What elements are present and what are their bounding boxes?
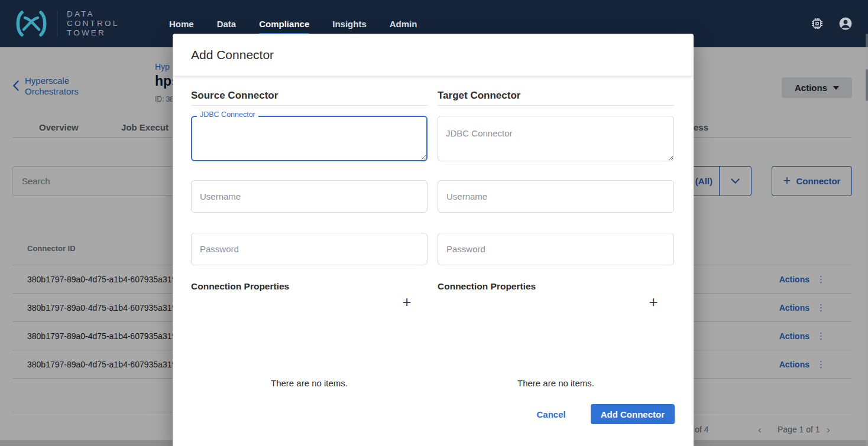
source-section-divider xyxy=(191,105,427,106)
source-password-field xyxy=(191,233,427,265)
scrollbar-thumb[interactable] xyxy=(866,69,868,101)
cancel-button[interactable]: Cancel xyxy=(536,409,565,419)
brand-line-2: CONTROL xyxy=(67,19,119,28)
add-connector-submit-button[interactable]: Add Connector xyxy=(591,404,675,424)
source-username-input[interactable] xyxy=(191,180,427,213)
target-props-heading: Connection Properties xyxy=(438,281,536,292)
dialog-title: Add Connector xyxy=(191,48,274,62)
brand-line-1: DATA xyxy=(67,9,119,19)
target-section-heading: Target Connector xyxy=(438,90,520,102)
account-icon[interactable] xyxy=(838,17,853,31)
source-empty-text: There are no items. xyxy=(191,378,427,388)
target-password-input[interactable] xyxy=(438,233,674,265)
target-username-field xyxy=(438,180,674,213)
scrollbar-track[interactable] xyxy=(866,34,868,446)
target-add-property-icon[interactable]: + xyxy=(644,293,662,311)
source-username-field xyxy=(191,180,427,213)
brand: DATA CONTROL TOWER xyxy=(14,9,151,38)
dialog-footer: Cancel Add Connector xyxy=(536,404,675,424)
brand-line-3: TOWER xyxy=(67,28,119,38)
nav-right xyxy=(811,17,856,31)
target-password-field xyxy=(438,233,674,265)
source-section-heading: Source Connector xyxy=(191,90,278,102)
brand-logo-icon xyxy=(14,9,48,38)
source-jdbc-textarea[interactable] xyxy=(191,116,427,161)
dialog-header: Add Connector xyxy=(173,34,694,76)
brand-divider xyxy=(57,10,57,37)
source-connector-section: Source Connector JDBC Connector Connecti… xyxy=(191,90,427,379)
brand-text: DATA CONTROL TOWER xyxy=(67,9,119,38)
source-jdbc-label: JDBC Connector xyxy=(197,110,258,119)
target-jdbc-field xyxy=(438,116,674,161)
source-add-property-icon[interactable]: + xyxy=(398,293,416,311)
target-empty-text: There are no items. xyxy=(438,378,674,388)
target-section-divider xyxy=(438,105,674,106)
source-props-heading: Connection Properties xyxy=(191,281,289,292)
target-jdbc-textarea[interactable] xyxy=(438,116,674,161)
chip-icon[interactable] xyxy=(811,17,824,30)
target-username-input[interactable] xyxy=(438,180,674,213)
source-password-input[interactable] xyxy=(191,233,427,265)
add-connector-dialog: Add Connector Source Connector JDBC Conn… xyxy=(173,34,694,446)
target-connector-section: Target Connector Connection Properties +… xyxy=(438,90,674,379)
source-jdbc-field: JDBC Connector xyxy=(191,116,427,161)
